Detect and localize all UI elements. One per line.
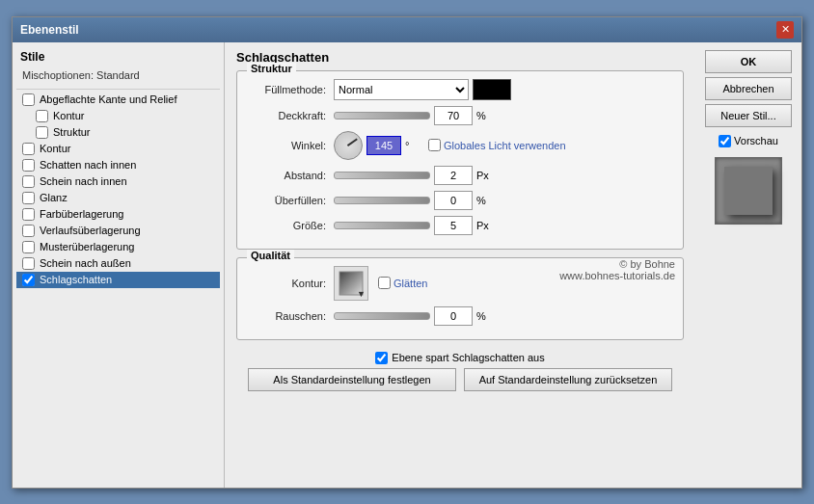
schlagschatten-checkbox[interactable] [22, 274, 35, 286]
schein-innen-label: Schein nach innen [40, 175, 127, 187]
kontur1-label: Kontur [53, 110, 84, 121]
winkel-unit: ° [405, 140, 424, 151]
rauschen-row: Rauschen: % [247, 306, 673, 326]
sidebar: Stile Mischoptionen: Standard Abgeflacht… [13, 42, 225, 488]
glanz-label: Glanz [40, 192, 68, 203]
abstand-label: Abstand: [247, 170, 334, 181]
sidebar-item-schein-aussen[interactable]: Schein nach außen [16, 255, 220, 272]
title-bar: Ebenenstil ✕ [13, 17, 801, 42]
qualitat-section: Qualität © by Bohne www.bohnes-tutorials… [236, 257, 684, 340]
grosse-input[interactable] [434, 216, 473, 235]
ok-button[interactable]: OK [705, 50, 792, 73]
angle-line [347, 138, 358, 146]
grosse-label: Größe: [247, 220, 334, 231]
grosse-control: Px [334, 216, 673, 235]
standard-festlegen-button[interactable]: Als Standardeinstellung festlegen [248, 368, 456, 391]
deckkraft-row: Deckkraft: % [247, 106, 673, 125]
abgeflachte-checkbox[interactable] [22, 93, 35, 106]
sidebar-item-musterub[interactable]: Musterüberlagerung [16, 239, 220, 255]
musterub-label: Musterüberlagerung [40, 241, 134, 252]
uberfüllen-control: % [334, 191, 673, 210]
vorschau-checkbox[interactable] [719, 135, 731, 147]
color-swatch[interactable] [473, 79, 511, 100]
fullmethode-label: Füllmethode: [247, 84, 334, 95]
schatten-checkbox[interactable] [22, 159, 35, 172]
vorschau-checkbox-row[interactable]: Vorschau [719, 135, 778, 147]
angle-widget[interactable] [334, 131, 363, 160]
uberfüllen-slider[interactable] [334, 197, 430, 204]
uberfüllen-input[interactable] [434, 191, 473, 210]
ebene-spart-checkbox[interactable] [375, 352, 388, 364]
farbub-label: Farbüberlagerung [40, 208, 123, 220]
sidebar-item-kontur1[interactable]: Kontur [16, 108, 220, 124]
schein-aussen-label: Schein nach außen [40, 257, 131, 269]
musterub-checkbox[interactable] [22, 241, 35, 253]
schatten-label: Schatten nach innen [40, 159, 136, 171]
uberfüllen-label: Überfüllen: [247, 195, 334, 206]
deckkraft-slider[interactable] [334, 112, 430, 119]
schlagschatten-label: Schlagschatten [40, 274, 112, 285]
bottom-buttons: Als Standardeinstellung festlegen Auf St… [248, 368, 672, 391]
kontur-dropdown-arrow: ▼ [357, 289, 366, 299]
deckkraft-label: Deckkraft: [247, 110, 334, 121]
sidebar-divider [16, 89, 220, 90]
abstand-slider[interactable] [334, 172, 430, 179]
fullmethode-row: Füllmethode: Normal Multiplizieren Bilds… [247, 79, 673, 100]
abstand-input[interactable] [434, 166, 473, 185]
fullmethode-select[interactable]: Normal Multiplizieren Bildschirm Überlag… [334, 79, 469, 100]
glatten-checkbox[interactable] [378, 277, 391, 289]
kontur2-checkbox[interactable] [22, 143, 35, 155]
sidebar-item-schlagschatten[interactable]: Schlagschatten [16, 272, 220, 288]
rauschen-unit: % [476, 310, 496, 322]
winkel-control: ° Globales Licht verwenden [334, 131, 673, 160]
kontur2-label: Kontur [40, 143, 70, 154]
dialog-body: Stile Mischoptionen: Standard Abgeflacht… [13, 42, 801, 488]
glatten-text: Glätten [393, 278, 427, 289]
struktur-checkbox[interactable] [36, 126, 48, 139]
kontur-control: ▼ Glätten [334, 266, 673, 301]
winkel-input[interactable] [366, 136, 401, 155]
sidebar-item-struktur[interactable]: Struktur [16, 124, 220, 141]
uberfüllen-row: Überfüllen: % [247, 191, 673, 210]
schein-innen-checkbox[interactable] [22, 175, 35, 188]
sidebar-mischoptionen[interactable]: Mischoptionen: Standard [16, 67, 220, 83]
ebene-spart-label[interactable]: Ebene spart Schlagschatten aus [375, 352, 544, 364]
kontur-preview[interactable]: ▼ [334, 266, 368, 301]
abstand-control: Px [334, 166, 673, 185]
abstand-unit: Px [476, 170, 496, 181]
rauschen-input[interactable] [434, 306, 473, 326]
schein-aussen-checkbox[interactable] [22, 257, 35, 270]
glanz-checkbox[interactable] [22, 192, 35, 204]
deckkraft-control: % [334, 106, 673, 125]
neuer-stil-button[interactable]: Neuer Stil... [705, 104, 792, 127]
sidebar-item-schatten[interactable]: Schatten nach innen [16, 157, 220, 173]
sidebar-item-farbub[interactable]: Farbüberlagerung [16, 206, 220, 223]
sidebar-item-abgeflachte[interactable]: Abgeflachte Kante und Relief [16, 92, 220, 108]
preview-swatch-inner [724, 167, 773, 215]
rauschen-control: % [334, 306, 673, 326]
kontur-row: Kontur: [247, 266, 673, 301]
winkel-row: Winkel: ° Globales Licht verwenden [247, 131, 673, 160]
kontur1-checkbox[interactable] [36, 110, 48, 122]
bottom-section: Ebene spart Schlagschatten aus Als Stand… [236, 348, 684, 395]
close-button[interactable]: ✕ [776, 21, 794, 39]
deckkraft-input[interactable] [434, 106, 473, 125]
sidebar-item-glanz[interactable]: Glanz [16, 190, 220, 206]
glatten-label[interactable]: Glätten [378, 277, 427, 289]
abbrechen-button[interactable]: Abbrechen [705, 77, 792, 100]
rauschen-slider[interactable] [334, 312, 430, 320]
verlaufsub-checkbox[interactable] [22, 225, 35, 237]
sidebar-item-schein-innen[interactable]: Schein nach innen [16, 173, 220, 190]
grosse-row: Größe: Px [247, 216, 673, 235]
globales-licht-checkbox[interactable] [428, 139, 441, 151]
ebene-spart-text: Ebene spart Schlagschatten aus [392, 352, 544, 363]
grosse-slider[interactable] [334, 222, 430, 229]
globales-licht-label[interactable]: Globales Licht verwenden [428, 139, 566, 151]
farbub-checkbox[interactable] [22, 208, 35, 221]
sidebar-item-kontur2[interactable]: Kontur [16, 141, 220, 157]
struktur-label: Struktur [53, 126, 91, 138]
rauschen-label: Rauschen: [247, 310, 334, 322]
qualitat-label: Qualität [247, 250, 294, 261]
sidebar-item-verlaufsub[interactable]: Verlaufsüberlagerung [16, 223, 220, 239]
standard-zurucksetzen-button[interactable]: Auf Standardeinstellung zurücksetzen [464, 368, 672, 391]
